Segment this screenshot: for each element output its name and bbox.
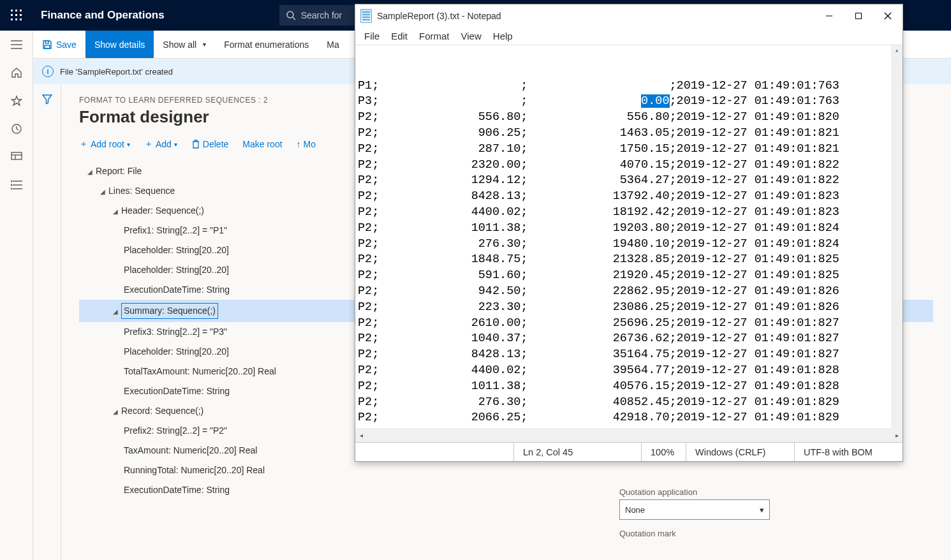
svg-rect-24 — [45, 41, 48, 43]
chevron-down-icon: ▾ — [174, 141, 177, 148]
notepad-statusbar: Ln 2, Col 45 100% Windows (CRLF) UTF-8 w… — [355, 442, 903, 461]
chevron-down-icon: ▾ — [203, 41, 206, 48]
svg-point-9 — [287, 11, 293, 18]
vertical-scrollbar[interactable]: ▴ — [891, 45, 903, 428]
svg-rect-15 — [11, 152, 22, 159]
search-icon — [286, 10, 296, 20]
arrow-up-icon: ↑ — [297, 139, 301, 149]
svg-point-22 — [11, 184, 12, 186]
svg-rect-3 — [11, 14, 13, 16]
modules-icon[interactable] — [10, 179, 23, 191]
save-label: Save — [56, 40, 77, 50]
svg-rect-7 — [15, 18, 17, 20]
status-zoom: 100% — [641, 443, 686, 461]
save-button[interactable]: Save — [33, 31, 85, 58]
info-icon: i — [42, 66, 54, 77]
mapping-button[interactable]: Ma — [318, 31, 348, 58]
notepad-title: SampleReport (3).txt - Notepad — [377, 11, 501, 21]
notepad-window: SampleReport (3).txt - Notepad File Edit… — [355, 4, 903, 462]
notepad-app-icon — [360, 9, 372, 23]
quotation-application-select[interactable]: None ▾ — [619, 499, 770, 520]
menu-edit[interactable]: Edit — [391, 31, 408, 41]
notepad-text-area[interactable]: P1; ; ;2019-12-27 01:49:01:763P3; ; 0.00… — [355, 45, 903, 428]
filter-column — [33, 84, 61, 560]
svg-line-10 — [293, 17, 295, 20]
hamburger-icon[interactable] — [10, 38, 23, 51]
minimize-button[interactable] — [815, 4, 844, 27]
info-message: File 'SampleReport.txt' created — [60, 67, 173, 77]
add-button[interactable]: ＋Add▾ — [144, 138, 177, 150]
show-all-button[interactable]: Show all▾ — [154, 31, 215, 58]
svg-rect-5 — [20, 14, 22, 16]
tree-node-running-total[interactable]: RunningTotal: Numeric[20..20] Real — [79, 461, 933, 480]
svg-rect-2 — [20, 10, 22, 11]
menu-file[interactable]: File — [364, 31, 380, 41]
menu-help[interactable]: Help — [493, 31, 513, 41]
make-root-button[interactable]: Make root — [242, 139, 282, 149]
left-rail — [0, 31, 33, 560]
trash-icon — [191, 139, 200, 149]
workspace-icon[interactable] — [10, 151, 23, 163]
menu-format[interactable]: Format — [419, 31, 450, 41]
home-icon[interactable] — [10, 66, 23, 79]
status-encoding: UTF-8 with BOM — [794, 443, 903, 461]
tree-node-exec-dt[interactable]: ExecutionDateTime: String — [79, 480, 933, 500]
close-button[interactable] — [873, 4, 903, 27]
search-box[interactable]: Search for — [279, 5, 362, 26]
caret-icon: ◢ — [111, 307, 120, 316]
move-button[interactable]: ↑Mo — [297, 139, 316, 149]
svg-rect-27 — [856, 13, 862, 19]
caret-icon: ◢ — [111, 407, 120, 416]
delete-button[interactable]: Delete — [191, 139, 228, 149]
caret-icon: ◢ — [111, 207, 120, 216]
svg-point-23 — [11, 188, 12, 189]
menu-view[interactable]: View — [461, 31, 482, 41]
notepad-titlebar[interactable]: SampleReport (3).txt - Notepad — [355, 4, 903, 27]
format-enumerations-button[interactable]: Format enumerations — [215, 31, 318, 58]
app-launcher-icon[interactable] — [0, 0, 33, 31]
horizontal-scrollbar[interactable]: ◂▸ — [355, 428, 903, 442]
recent-icon[interactable] — [10, 122, 23, 135]
plus-icon: ＋ — [144, 138, 153, 150]
notepad-menu: File Edit Format View Help — [355, 27, 903, 45]
svg-rect-0 — [11, 10, 13, 11]
caret-icon: ◢ — [98, 187, 107, 196]
quotation-application-label: Quotation application — [619, 487, 785, 497]
svg-point-21 — [11, 181, 12, 182]
app-name: Finance and Operations — [33, 9, 165, 22]
properties-panel: Quotation application None ▾ Quotation m… — [619, 487, 785, 541]
plus-icon: ＋ — [79, 138, 88, 150]
status-cursor: Ln 2, Col 45 — [513, 443, 641, 461]
status-eol: Windows (CRLF) — [686, 443, 794, 461]
caret-icon: ◢ — [85, 167, 94, 177]
star-icon[interactable] — [10, 94, 23, 107]
svg-rect-1 — [15, 10, 17, 11]
svg-rect-6 — [11, 18, 13, 20]
svg-rect-4 — [15, 14, 17, 16]
quotation-mark-label: Quotation mark — [619, 529, 785, 538]
search-placeholder: Search for — [301, 10, 343, 20]
chevron-down-icon: ▾ — [760, 505, 764, 515]
maximize-button[interactable] — [844, 4, 873, 27]
filter-icon[interactable] — [41, 93, 53, 560]
svg-rect-25 — [45, 45, 50, 48]
add-root-button[interactable]: ＋Add root▾ — [79, 138, 130, 150]
chevron-down-icon: ▾ — [127, 141, 130, 148]
svg-rect-8 — [20, 18, 22, 20]
show-details-button[interactable]: Show details — [85, 31, 154, 58]
